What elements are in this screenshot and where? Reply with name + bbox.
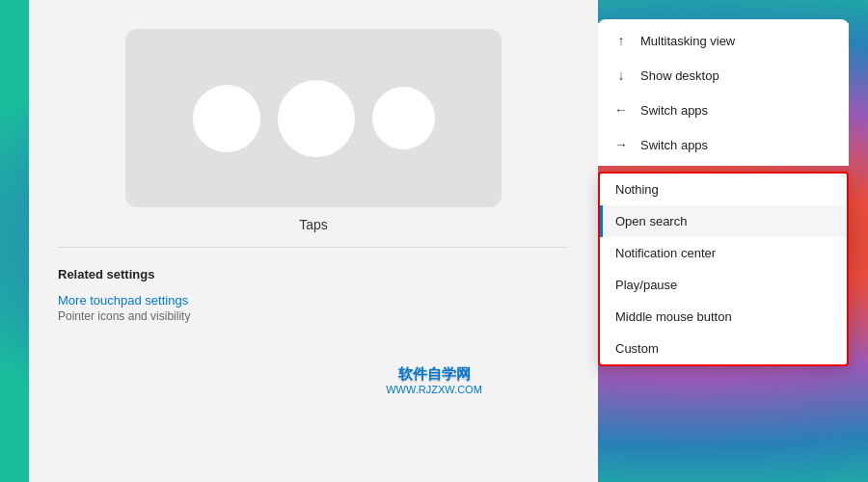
dropdown-label-nothing: Nothing [615, 182, 659, 197]
dropdown-label-notification-center: Notification center [615, 246, 716, 260]
touchpad-dot-right [372, 87, 435, 149]
dropdown-item-open-search[interactable]: Open search [600, 205, 847, 237]
touchpad-dot-left [193, 85, 260, 152]
settings-panel: Taps Related settings More touchpad sett… [29, 0, 598, 482]
arrow-down-icon: ↓ [613, 67, 629, 83]
selected-indicator [600, 205, 603, 237]
dropdown-item-notification-center[interactable]: Notification center [600, 237, 847, 269]
dropdown-item-nothing[interactable]: Nothing [600, 174, 847, 205]
right-panel: ↑ Multitasking view ↓ Show desktop ← Swi… [598, 19, 849, 366]
touchpad-settings-link[interactable]: More touchpad settings Pointer icons and… [58, 293, 569, 323]
touchpad-settings-link-title[interactable]: More touchpad settings [58, 293, 569, 308]
taps-label: Taps [58, 217, 569, 248]
gesture-list: ↑ Multitasking view ↓ Show desktop ← Swi… [598, 19, 849, 166]
arrow-right-icon: → [613, 137, 629, 152]
touchpad-dot-center [278, 80, 355, 157]
arrow-left-icon: ← [613, 102, 629, 118]
gesture-item-desktop[interactable]: ↓ Show desktop [598, 58, 849, 93]
touchpad-illustration [125, 29, 502, 207]
gesture-dropdown[interactable]: Nothing Open search Notification center … [598, 172, 849, 366]
gesture-label-desktop: Show desktop [640, 68, 719, 83]
dropdown-label-custom: Custom [615, 341, 659, 356]
gesture-item-switch-left[interactable]: ← Switch apps [598, 93, 849, 127]
dropdown-item-middle-mouse[interactable]: Middle mouse button [600, 301, 847, 333]
gesture-label-switch-right: Switch apps [640, 138, 708, 152]
dropdown-label-play-pause: Play/pause [615, 278, 677, 292]
related-settings: Related settings More touchpad settings … [58, 267, 569, 323]
related-settings-title: Related settings [58, 267, 569, 281]
dropdown-label-open-search: Open search [615, 214, 687, 228]
dropdown-item-play-pause[interactable]: Play/pause [600, 269, 847, 301]
gesture-label-multitasking: Multitasking view [640, 34, 735, 48]
dropdown-label-middle-mouse: Middle mouse button [615, 309, 732, 324]
gesture-item-multitasking[interactable]: ↑ Multitasking view [598, 23, 849, 58]
dropdown-item-custom[interactable]: Custom [600, 333, 847, 364]
gesture-label-switch-left: Switch apps [640, 103, 708, 118]
arrow-up-icon: ↑ [613, 33, 629, 48]
touchpad-settings-link-sub: Pointer icons and visibility [58, 309, 569, 323]
gesture-item-switch-right[interactable]: → Switch apps [598, 127, 849, 162]
